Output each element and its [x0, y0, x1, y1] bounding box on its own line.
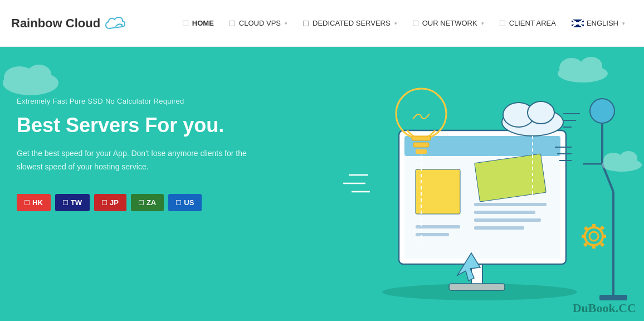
chevron-down-icon: ▾ — [394, 21, 397, 26]
svg-rect-15 — [416, 169, 460, 214]
badge-box-icon — [102, 200, 107, 205]
svg-rect-27 — [416, 149, 427, 154]
badge-hk-label: HK — [32, 198, 43, 207]
hero-subtitle: Extremely Fast Pure SSD No Calculator Re… — [17, 97, 251, 105]
location-badges: HK TW JP ZA US — [17, 194, 251, 211]
logo-text: Rainbow Cloud — [11, 16, 100, 31]
svg-rect-43 — [599, 295, 627, 300]
hero-description: Get the best speed for your App. Don't l… — [17, 147, 251, 174]
badge-za[interactable]: ZA — [131, 194, 164, 211]
svg-point-48 — [585, 227, 603, 245]
language-selector[interactable]: ENGLISH ▾ — [564, 19, 633, 27]
svg-rect-26 — [413, 143, 429, 147]
watermark: DuBook.CC — [573, 301, 636, 315]
badge-jp-label: JP — [110, 198, 119, 207]
svg-rect-52 — [582, 235, 586, 238]
nav-label-our-network: OUR NETWORK — [422, 19, 477, 27]
illustration-svg — [287, 58, 644, 314]
svg-rect-17 — [474, 203, 547, 206]
badge-jp[interactable]: JP — [94, 194, 126, 211]
nav-box-icon — [413, 21, 418, 26]
nav-box-icon — [183, 21, 188, 26]
nav-label-cloud-vps: CLOUD VPS — [239, 19, 281, 27]
badge-box-icon — [176, 200, 181, 205]
badge-hk[interactable]: HK — [17, 194, 51, 211]
svg-rect-18 — [474, 211, 535, 214]
nav-label-home: HOME — [192, 19, 214, 27]
chevron-down-icon: ▾ — [481, 21, 484, 26]
badge-tw[interactable]: TW — [55, 194, 90, 211]
nav-item-home[interactable]: HOME — [175, 0, 222, 47]
svg-rect-19 — [474, 218, 541, 222]
logo-cloud-icon — [104, 15, 128, 32]
badge-us-label: US — [184, 198, 194, 207]
hero-content: Extremely Fast Pure SSD No Calculator Re… — [17, 80, 251, 211]
badge-tw-label: TW — [71, 198, 82, 207]
svg-rect-53 — [602, 235, 606, 238]
svg-point-58 — [382, 284, 577, 300]
chevron-down-icon: ▾ — [285, 21, 287, 26]
svg-rect-20 — [474, 226, 524, 230]
hero-section: Extremely Fast Pure SSD No Calculator Re… — [0, 47, 644, 321]
hero-title: Best Servers For you. — [17, 113, 251, 137]
logo[interactable]: Rainbow Cloud — [11, 15, 128, 32]
badge-box-icon — [25, 200, 30, 205]
flag-uk-icon — [572, 20, 584, 27]
nav-item-dedicated-servers[interactable]: DEDICATED SERVERS ▾ — [295, 0, 405, 47]
language-label: ENGLISH — [587, 19, 618, 27]
svg-point-5 — [559, 58, 584, 78]
badge-za-label: ZA — [147, 198, 156, 207]
nav-item-our-network[interactable]: OUR NETWORK ▾ — [405, 0, 492, 47]
svg-point-49 — [589, 232, 598, 241]
svg-point-6 — [580, 57, 602, 75]
deco-cloud-right-mid — [599, 147, 644, 172]
hero-illustration — [287, 58, 644, 314]
svg-rect-25 — [412, 136, 431, 140]
svg-point-39 — [590, 99, 614, 123]
nav-item-client-area[interactable]: CLIENT AREA — [492, 0, 564, 47]
svg-rect-21 — [416, 225, 460, 228]
nav-label-dedicated-servers: DEDICATED SERVERS — [313, 19, 391, 27]
svg-rect-50 — [592, 224, 596, 228]
svg-point-31 — [528, 101, 554, 124]
badge-box-icon — [63, 200, 68, 205]
nav-box-icon — [303, 21, 309, 26]
nav-box-icon — [230, 21, 235, 26]
nav-label-client-area: CLIENT AREA — [509, 19, 556, 27]
svg-rect-51 — [592, 244, 596, 249]
svg-point-9 — [619, 151, 637, 166]
header: Rainbow Cloud HOME CLOUD VPS ▾ DEDICATED… — [0, 0, 644, 47]
nav-item-cloud-vps[interactable]: CLOUD VPS ▾ — [222, 0, 295, 47]
badge-us[interactable]: US — [168, 194, 202, 211]
main-nav: HOME CLOUD VPS ▾ DEDICATED SERVERS ▾ OUR… — [175, 0, 633, 47]
badge-box-icon — [139, 200, 144, 205]
deco-cloud-right-top — [555, 52, 611, 83]
lang-chevron-icon: ▾ — [622, 21, 625, 26]
nav-box-icon — [500, 21, 505, 26]
